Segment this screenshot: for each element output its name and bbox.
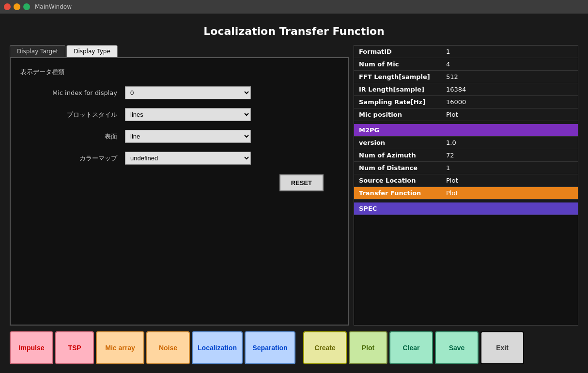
- save-button[interactable]: Save: [435, 331, 479, 364]
- reset-button[interactable]: RESET: [279, 174, 324, 191]
- left-panel: Display Target Display Type 表示データ種類 Mic …: [10, 45, 349, 326]
- info-val-version: 1.0: [441, 137, 578, 149]
- create-button[interactable]: Create: [303, 331, 347, 364]
- select-surface[interactable]: line surface: [125, 130, 251, 143]
- info-key-fft: FFT Length[sample]: [354, 71, 441, 83]
- impulse-button[interactable]: Impulse: [10, 331, 53, 364]
- exit-button[interactable]: Exit: [480, 331, 524, 364]
- info-val-ir: 16384: [441, 83, 578, 95]
- label-mic-index: Mic index for display: [20, 89, 117, 96]
- select-colormap[interactable]: undefined jet hot cool: [125, 152, 251, 165]
- info-val-transfer: Plot: [441, 187, 578, 199]
- tabs-bar: Display Target Display Type: [10, 45, 349, 57]
- info-key-formatid: FormatID: [354, 46, 441, 58]
- info-row-distance: Num of Distance 1: [354, 162, 578, 174]
- info-key-azimuth: Num of Azimuth: [354, 149, 441, 161]
- middle-area: Display Target Display Type 表示データ種類 Mic …: [10, 45, 578, 326]
- info-row-formatid: FormatID 1: [354, 46, 578, 58]
- plot-button[interactable]: Plot: [349, 331, 387, 364]
- info-key-micpos: Mic position: [354, 109, 441, 121]
- info-key-transfer: Transfer Function: [354, 187, 441, 199]
- info-key-version: version: [354, 137, 441, 149]
- label-colormap: カラーマップ: [20, 154, 117, 163]
- maximize-button[interactable]: [23, 3, 30, 10]
- info-row-ir: IR Length[sample] 16384: [354, 83, 578, 96]
- localization-button[interactable]: Localization: [192, 331, 243, 364]
- info-key-nummic: Num of Mic: [354, 58, 441, 70]
- info-val-samplerate: 16000: [441, 96, 578, 108]
- tsp-button[interactable]: TSP: [55, 331, 94, 364]
- info-val-sourceloc: Plot: [441, 174, 578, 186]
- info-key-samplerate: Sampling Rate[Hz]: [354, 96, 441, 108]
- separation-button[interactable]: Separation: [245, 331, 295, 364]
- form-row-plot-style: プロットスタイル lines points linespoints: [20, 108, 338, 121]
- info-key-m2pg: M2PG: [354, 124, 441, 136]
- label-plot-style: プロットスタイル: [20, 110, 117, 119]
- bottom-toolbar: Impulse TSP Mic array Noise Localization…: [10, 326, 578, 368]
- info-row-azimuth: Num of Azimuth 72: [354, 149, 578, 162]
- info-row-spec: SPEC: [354, 202, 578, 215]
- select-plot-style[interactable]: lines points linespoints: [125, 108, 251, 121]
- info-key-ir: IR Length[sample]: [354, 83, 441, 95]
- info-panel: FormatID 1 Num of Mic 4 FFT Length[sampl…: [354, 45, 578, 326]
- info-key-distance: Num of Distance: [354, 162, 441, 174]
- section-label: 表示データ種類: [20, 68, 338, 77]
- info-val-nummic: 4: [441, 58, 578, 70]
- info-row-samplerate: Sampling Rate[Hz] 16000: [354, 96, 578, 109]
- info-row-transfer: Transfer Function Plot: [354, 187, 578, 200]
- form-row-colormap: カラーマップ undefined jet hot cool: [20, 152, 338, 165]
- label-surface: 表面: [20, 132, 117, 141]
- close-button[interactable]: [4, 3, 11, 10]
- info-val-distance: 1: [441, 162, 578, 174]
- form-row-mic-index: Mic index for display 0 1 2 3: [20, 86, 338, 99]
- info-row-version: version 1.0: [354, 137, 578, 149]
- tab-display-target[interactable]: Display Target: [10, 45, 65, 57]
- info-row-fft: FFT Length[sample] 512: [354, 71, 578, 83]
- info-val-m2pg: [441, 124, 578, 136]
- info-val-micpos: Plot: [441, 109, 578, 121]
- info-val-fft: 512: [441, 71, 578, 83]
- info-key-spec: SPEC: [354, 202, 441, 215]
- app-title: Localization Transfer Function: [10, 18, 578, 45]
- tab-content: 表示データ種類 Mic index for display 0 1 2 3 プロ…: [10, 57, 349, 326]
- clear-button[interactable]: Clear: [389, 331, 433, 364]
- info-row-m2pg: M2PG: [354, 124, 578, 137]
- tab-display-type[interactable]: Display Type: [66, 45, 118, 57]
- select-mic-index[interactable]: 0 1 2 3: [125, 86, 251, 99]
- info-val-spec: [441, 202, 578, 215]
- main-content: Localization Transfer Function Display T…: [0, 14, 588, 373]
- info-row-nummic: Num of Mic 4: [354, 58, 578, 71]
- info-row-micpos: Mic position Plot: [354, 109, 578, 121]
- noise-button[interactable]: Noise: [146, 331, 190, 364]
- minimize-button[interactable]: [14, 3, 20, 10]
- info-val-azimuth: 72: [441, 149, 578, 161]
- titlebar: MainWindow: [0, 0, 588, 14]
- info-val-formatid: 1: [441, 46, 578, 58]
- info-key-sourceloc: Source Location: [354, 174, 441, 186]
- window-title: MainWindow: [35, 3, 72, 10]
- info-row-sourceloc: Source Location Plot: [354, 174, 578, 187]
- micarray-button[interactable]: Mic array: [96, 331, 144, 364]
- form-row-surface: 表面 line surface: [20, 130, 338, 143]
